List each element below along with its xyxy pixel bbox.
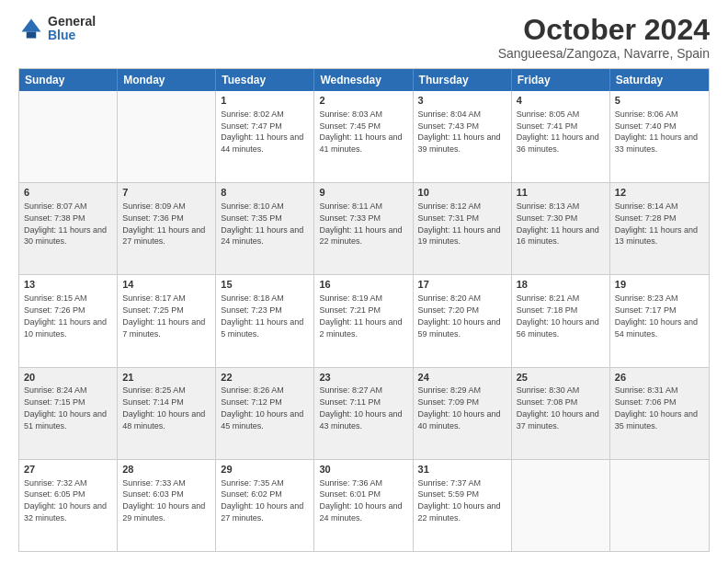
calendar-cell: 9Sunrise: 8:11 AM Sunset: 7:33 PM Daylig… (314, 183, 413, 274)
weekday-header: Monday (118, 69, 216, 91)
title-month: October 2024 (498, 15, 710, 44)
day-info: Sunrise: 8:13 AM Sunset: 7:30 PM Dayligh… (517, 201, 599, 246)
day-info: Sunrise: 8:11 AM Sunset: 7:33 PM Dayligh… (319, 201, 402, 246)
day-info: Sunrise: 8:25 AM Sunset: 7:14 PM Dayligh… (122, 385, 205, 430)
day-info: Sunrise: 8:27 AM Sunset: 7:11 PM Dayligh… (319, 385, 402, 430)
title-location: Sangueesa/Zangoza, Navarre, Spain (498, 46, 710, 61)
day-number: 25 (517, 371, 605, 385)
day-info: Sunrise: 8:09 AM Sunset: 7:36 PM Dayligh… (122, 201, 205, 246)
day-number: 24 (418, 371, 506, 385)
day-info: Sunrise: 7:33 AM Sunset: 6:03 PM Dayligh… (122, 478, 205, 523)
calendar-cell: 11Sunrise: 8:13 AM Sunset: 7:30 PM Dayli… (512, 183, 610, 274)
day-number: 14 (122, 278, 210, 292)
day-info: Sunrise: 8:31 AM Sunset: 7:06 PM Dayligh… (615, 385, 698, 430)
day-info: Sunrise: 7:36 AM Sunset: 6:01 PM Dayligh… (319, 478, 402, 523)
calendar-cell: 12Sunrise: 8:14 AM Sunset: 7:28 PM Dayli… (610, 183, 709, 274)
day-info: Sunrise: 8:21 AM Sunset: 7:18 PM Dayligh… (517, 293, 599, 338)
calendar-body: 1Sunrise: 8:02 AM Sunset: 7:47 PM Daylig… (19, 91, 709, 551)
logo-blue: Blue (48, 29, 96, 42)
calendar-cell: 27Sunrise: 7:32 AM Sunset: 6:05 PM Dayli… (19, 460, 118, 551)
day-number: 10 (418, 186, 506, 200)
calendar-row: 13Sunrise: 8:15 AM Sunset: 7:26 PM Dayli… (19, 274, 709, 366)
day-info: Sunrise: 8:03 AM Sunset: 7:45 PM Dayligh… (319, 109, 402, 154)
weekday-header: Wednesday (314, 69, 413, 91)
day-number: 31 (418, 463, 506, 477)
day-number: 12 (615, 186, 704, 200)
calendar-cell: 28Sunrise: 7:33 AM Sunset: 6:03 PM Dayli… (118, 460, 216, 551)
day-info: Sunrise: 8:02 AM Sunset: 7:47 PM Dayligh… (221, 109, 303, 154)
logo-icon (18, 16, 44, 41)
calendar-cell: 7Sunrise: 8:09 AM Sunset: 7:36 PM Daylig… (118, 183, 216, 274)
calendar-cell (118, 91, 216, 182)
day-number: 26 (615, 371, 704, 385)
day-info: Sunrise: 8:05 AM Sunset: 7:41 PM Dayligh… (517, 109, 599, 154)
day-info: Sunrise: 8:10 AM Sunset: 7:35 PM Dayligh… (221, 201, 303, 246)
day-number: 15 (221, 278, 309, 292)
day-info: Sunrise: 8:17 AM Sunset: 7:25 PM Dayligh… (122, 293, 205, 338)
calendar-cell (512, 460, 610, 551)
day-info: Sunrise: 8:14 AM Sunset: 7:28 PM Dayligh… (615, 201, 698, 246)
calendar-cell: 15Sunrise: 8:18 AM Sunset: 7:23 PM Dayli… (216, 275, 314, 366)
calendar-cell: 8Sunrise: 8:10 AM Sunset: 7:35 PM Daylig… (216, 183, 314, 274)
day-number: 19 (615, 278, 704, 292)
svg-rect-1 (27, 32, 37, 39)
day-number: 29 (221, 463, 309, 477)
calendar-cell: 26Sunrise: 8:31 AM Sunset: 7:06 PM Dayli… (610, 368, 709, 459)
day-number: 13 (24, 278, 112, 292)
day-number: 20 (24, 371, 112, 385)
day-number: 6 (24, 186, 112, 200)
day-number: 18 (517, 278, 605, 292)
day-number: 27 (24, 463, 112, 477)
calendar-row: 6Sunrise: 8:07 AM Sunset: 7:38 PM Daylig… (19, 182, 709, 274)
calendar-cell: 31Sunrise: 7:37 AM Sunset: 5:59 PM Dayli… (414, 460, 512, 551)
calendar-cell: 25Sunrise: 8:30 AM Sunset: 7:08 PM Dayli… (512, 368, 610, 459)
calendar-cell: 2Sunrise: 8:03 AM Sunset: 7:45 PM Daylig… (314, 91, 413, 182)
calendar-cell: 30Sunrise: 7:36 AM Sunset: 6:01 PM Dayli… (314, 460, 413, 551)
day-number: 23 (319, 371, 407, 385)
day-info: Sunrise: 8:20 AM Sunset: 7:20 PM Dayligh… (418, 293, 501, 338)
calendar-row: 20Sunrise: 8:24 AM Sunset: 7:15 PM Dayli… (19, 367, 709, 459)
calendar-cell: 21Sunrise: 8:25 AM Sunset: 7:14 PM Dayli… (118, 368, 216, 459)
title-block: October 2024 Sangueesa/Zangoza, Navarre,… (498, 15, 710, 61)
calendar-cell: 16Sunrise: 8:19 AM Sunset: 7:21 PM Dayli… (314, 275, 413, 366)
calendar-header: SundayMondayTuesdayWednesdayThursdayFrid… (19, 69, 709, 91)
day-info: Sunrise: 8:23 AM Sunset: 7:17 PM Dayligh… (615, 293, 698, 338)
logo: General Blue (18, 15, 96, 43)
calendar-cell: 29Sunrise: 7:35 AM Sunset: 6:02 PM Dayli… (216, 460, 314, 551)
calendar-cell: 3Sunrise: 8:04 AM Sunset: 7:43 PM Daylig… (414, 91, 512, 182)
header: General Blue October 2024 Sangueesa/Zang… (18, 15, 710, 61)
logo-general: General (48, 15, 96, 29)
day-number: 7 (122, 186, 210, 200)
calendar-row: 27Sunrise: 7:32 AM Sunset: 6:05 PM Dayli… (19, 459, 709, 551)
day-info: Sunrise: 7:32 AM Sunset: 6:05 PM Dayligh… (24, 478, 107, 523)
day-number: 8 (221, 186, 309, 200)
day-info: Sunrise: 7:37 AM Sunset: 5:59 PM Dayligh… (418, 478, 501, 523)
calendar-cell: 13Sunrise: 8:15 AM Sunset: 7:26 PM Dayli… (19, 275, 118, 366)
day-info: Sunrise: 8:04 AM Sunset: 7:43 PM Dayligh… (418, 109, 501, 154)
calendar-cell: 23Sunrise: 8:27 AM Sunset: 7:11 PM Dayli… (314, 368, 413, 459)
calendar-cell: 24Sunrise: 8:29 AM Sunset: 7:09 PM Dayli… (414, 368, 512, 459)
calendar-cell: 1Sunrise: 8:02 AM Sunset: 7:47 PM Daylig… (216, 91, 314, 182)
day-number: 16 (319, 278, 407, 292)
day-info: Sunrise: 8:12 AM Sunset: 7:31 PM Dayligh… (418, 201, 501, 246)
day-number: 11 (517, 186, 605, 200)
calendar-row: 1Sunrise: 8:02 AM Sunset: 7:47 PM Daylig… (19, 91, 709, 182)
day-info: Sunrise: 8:07 AM Sunset: 7:38 PM Dayligh… (24, 201, 107, 246)
weekday-header: Sunday (19, 69, 118, 91)
day-info: Sunrise: 8:19 AM Sunset: 7:21 PM Dayligh… (319, 293, 402, 338)
day-number: 17 (418, 278, 506, 292)
day-number: 22 (221, 371, 309, 385)
day-info: Sunrise: 8:18 AM Sunset: 7:23 PM Dayligh… (221, 293, 303, 338)
day-number: 28 (122, 463, 210, 477)
logo-text: General Blue (48, 15, 96, 43)
calendar-cell: 19Sunrise: 8:23 AM Sunset: 7:17 PM Dayli… (610, 275, 709, 366)
day-number: 9 (319, 186, 407, 200)
calendar-cell (610, 460, 709, 551)
day-number: 21 (122, 371, 210, 385)
day-info: Sunrise: 8:26 AM Sunset: 7:12 PM Dayligh… (221, 385, 303, 430)
day-info: Sunrise: 8:30 AM Sunset: 7:08 PM Dayligh… (517, 385, 599, 430)
day-number: 4 (517, 94, 605, 108)
day-number: 2 (319, 94, 407, 108)
calendar-cell: 18Sunrise: 8:21 AM Sunset: 7:18 PM Dayli… (512, 275, 610, 366)
day-info: Sunrise: 8:15 AM Sunset: 7:26 PM Dayligh… (24, 293, 107, 338)
